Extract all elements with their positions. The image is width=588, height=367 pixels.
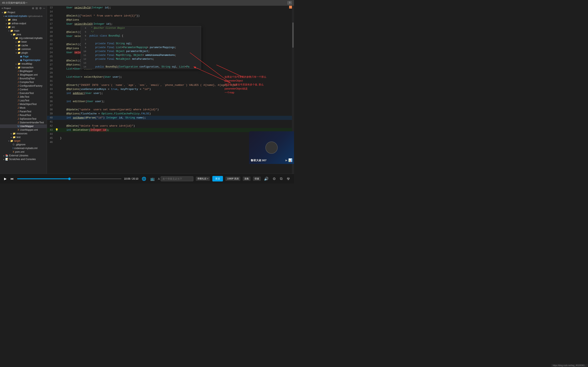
time-display: 10:09 / 20:10 xyxy=(124,177,138,180)
popup-line-13: 13 xyxy=(81,61,201,65)
tree-item-plugin[interactable]: ▾ 📁 plugin xyxy=(0,51,47,55)
tree-item-paramtest[interactable]: J ParamTest xyxy=(0,110,47,113)
sidebar-icons: ⊕ ⊞ ⚙ ─ xyxy=(32,7,45,10)
sidebar-icon-3[interactable]: ⚙ xyxy=(39,7,42,10)
title-text: 49.分页插件编码实现一 xyxy=(2,1,27,5)
tree-item-usermapper-xml[interactable]: X UserMapper.xml xyxy=(0,128,47,132)
tree-item-arthas[interactable]: ▸ 📁 arthas-output xyxy=(0,22,47,25)
tree-item-iml[interactable]: I coderead-mybatis.iml xyxy=(0,146,47,150)
tree-item-page[interactable]: ◉ Page xyxy=(0,55,47,58)
code-area: 13 User selectById(Integer id); 14 15 @S… xyxy=(47,6,294,174)
sidebar-label: Project xyxy=(4,7,11,9)
title-bar: 49.分页插件编码实现一 ? xyxy=(0,0,294,6)
popup-line-10: 10 private final Object parameterObject; xyxy=(81,50,201,53)
globe-button[interactable]: 🌐 xyxy=(141,176,147,182)
tree-item-external-libs[interactable]: ▸ 📚 External Libraries xyxy=(0,154,47,157)
tree-item-statementhandlertest[interactable]: J StatementHandlerTest xyxy=(0,121,47,124)
tree-item-mock[interactable]: J Mock xyxy=(0,106,47,110)
tree-item-org[interactable]: ▾ 📁 org.coderead.mybatis xyxy=(0,36,47,40)
progress-bar[interactable] xyxy=(17,178,121,179)
tree-item-metaobjecttest[interactable]: J MetaObjectTest xyxy=(0,102,47,106)
tree-item-lazytest[interactable]: J LazyTest xyxy=(0,99,47,102)
quality-button[interactable]: 1080P 高清 xyxy=(225,176,240,181)
code-line-15: 15 @Select({"select * from users where i… xyxy=(47,14,294,18)
sidebar-icon-2[interactable]: ⊞ xyxy=(35,7,38,10)
tree-item-resulttest[interactable]: J ResultTest xyxy=(0,113,47,117)
popup-line-4: 4 * @author Clinton Begin xyxy=(81,26,201,30)
play-button[interactable]: ▶ xyxy=(3,176,7,182)
volume-button[interactable]: 🔊 xyxy=(263,176,269,182)
radioactive-button[interactable]: ☢ xyxy=(286,176,291,182)
sidebar-icon-4[interactable]: ─ xyxy=(43,7,45,10)
orange-marker xyxy=(289,6,292,8)
tree-item-scratches[interactable]: ▸ 📝 Scratches and Consoles xyxy=(0,157,47,161)
tree-item-main[interactable]: ▾ 📁 main xyxy=(0,29,47,33)
sidebar-title: ≡ xyxy=(2,7,3,9)
tree-item[interactable]: ▾ 📁 Project xyxy=(0,11,47,14)
progress-dot xyxy=(68,178,71,180)
text-icon: A xyxy=(158,177,160,180)
danmaku-area: A xyxy=(158,176,193,181)
tree-item-test[interactable]: ▸ 📁 test xyxy=(0,135,47,139)
tree-item-complextest[interactable]: J ComplexTest xyxy=(0,80,47,84)
scrollbar-thumb[interactable] xyxy=(292,22,294,48)
code-line-33: 33 @Options(useGeneratedKeys = true, key… xyxy=(47,87,294,91)
tree-item-executortest[interactable]: J ExecutorTest xyxy=(0,91,47,95)
tree-item-resources[interactable]: ▸ 📁 resources xyxy=(0,132,47,135)
tree-item-gitignore[interactable]: G .gitignore xyxy=(0,143,47,146)
sidebar: ≡ Project ⊕ ⊞ ⚙ ─ ▾ 📁 Project ▾ ● codere… xyxy=(0,6,47,174)
playlist-button[interactable]: 选集 xyxy=(243,176,251,181)
sidebar-icon-1[interactable]: ⊕ xyxy=(32,7,34,10)
code-line-32: 32 @Insert("INSERT INTO `users`( `name`,… xyxy=(47,83,294,87)
tree-item-pageinterceptor[interactable]: ◉ PageInterceptor xyxy=(0,58,47,62)
tree-item-usermapper[interactable]: U UserMapper xyxy=(0,124,47,128)
main-layout: ≡ Project ⊕ ⊞ ⚙ ─ ▾ 📁 Project ▾ ● codere… xyxy=(0,6,294,174)
tree-item-idea[interactable]: ▸ 📁 .idea xyxy=(0,18,47,22)
code-line-14: 14 xyxy=(47,10,294,14)
sidebar-header: ≡ Project ⊕ ⊞ ⚙ ─ xyxy=(0,6,47,11)
speed-button[interactable]: 倍速 xyxy=(253,176,261,181)
tree-item-blogmapper[interactable]: J BlogMapper xyxy=(0,69,47,73)
tree-item-blogmapper-xml[interactable]: X BlogMapper.xml xyxy=(0,73,47,77)
progress-fill xyxy=(17,178,69,179)
popup-line-14: 14 public BoundSql(Configuration configu… xyxy=(81,65,201,69)
tree-item-transaction[interactable]: ▸ 📁 transaction xyxy=(0,66,47,69)
tree-item-context[interactable]: J Context xyxy=(0,88,47,91)
webcam-icons: ▶ 📊 xyxy=(285,158,292,162)
settings-button[interactable]: ⚙ xyxy=(272,176,277,182)
tree-item-bean[interactable]: ▸ 📁 bean xyxy=(0,40,47,44)
danmaku-input[interactable] xyxy=(161,176,193,181)
popup-line-12: 12 private final MetaObject metaParamete… xyxy=(81,57,201,61)
code-line-39: 39 @Options(flushCache = Options.FlushCa… xyxy=(47,112,294,116)
tree-item-boundsqltest[interactable]: J BoundSqlTest xyxy=(0,77,47,80)
code-line-34: 34 int addUser(User user); xyxy=(47,91,294,95)
tree-item[interactable]: ▾ ● coderead-mybatis ~/git/coderead-m xyxy=(0,14,47,18)
code-line-17: 17 User selectById3(Integer id); xyxy=(47,22,294,26)
tree-item-jdbctest[interactable]: J JdbcTest xyxy=(0,95,47,99)
tree-item-src[interactable]: ▾ 📁 src xyxy=(0,25,47,29)
popup-line-9: 9 private final List<ParameterMapping> p… xyxy=(81,46,201,50)
tree-item-pom[interactable]: X pom.xml xyxy=(0,150,47,154)
popup-line-7: 7 xyxy=(81,38,201,42)
code-line-36: 36 int editUser(User user); xyxy=(47,100,294,104)
code-line-40: 40 int setName(@Param("id") Integer id, … xyxy=(47,116,294,120)
progress-container xyxy=(17,178,121,179)
tree-item-resultmap[interactable]: ▸ 📁 resultMap xyxy=(0,62,47,66)
tree-item-java[interactable]: ▾ 📁 java xyxy=(0,33,47,36)
code-line-31: 31 xyxy=(47,79,294,83)
next-button[interactable]: ⏭ xyxy=(10,176,15,182)
tree-item-sqlsessiontest[interactable]: J SqlSessionTest xyxy=(0,117,47,121)
boundsql-popup: 4 * @author Clinton Begin 5 */ 6 public … xyxy=(81,26,201,69)
send-button[interactable]: 发送 xyxy=(212,176,223,182)
danmaku-ceremony-button[interactable]: 弹幕礼仪 > xyxy=(196,176,210,181)
popup-line-6: 6 public class BoundSql { xyxy=(81,34,201,38)
tree-item-common[interactable]: ▸ 📁 common xyxy=(0,47,47,51)
tree-item-cache[interactable]: ▸ 📁 cache xyxy=(0,44,47,47)
pip-button[interactable]: ⧉ xyxy=(279,176,283,182)
tree-item-configfactory[interactable]: J ConfigurationFactory xyxy=(0,84,47,88)
webcam-label: 鲁班大叔 007 xyxy=(251,159,267,162)
tree-item-target[interactable]: ▾ 📁 target xyxy=(0,139,47,143)
cast-button[interactable]: 📺 xyxy=(149,176,156,182)
help-icon[interactable]: ? xyxy=(287,1,292,5)
code-line-41: 41 xyxy=(47,120,294,124)
